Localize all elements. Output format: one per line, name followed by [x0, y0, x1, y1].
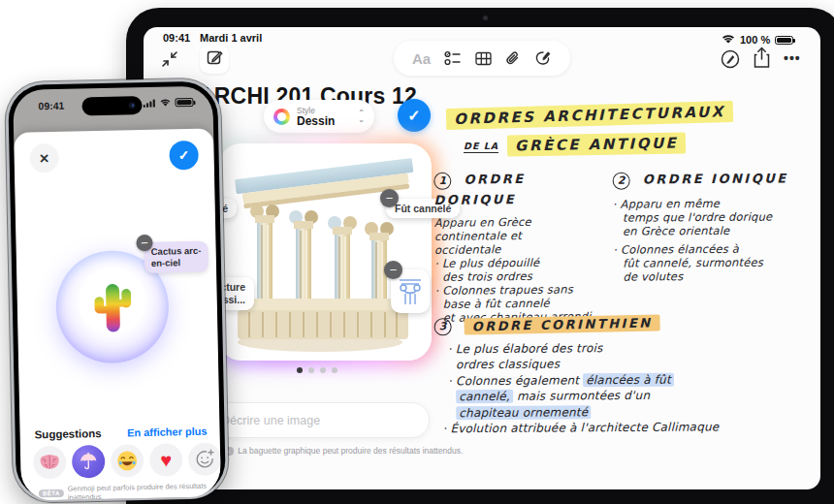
- laughing-face-icon: [116, 450, 138, 471]
- add-emoji-suggestion[interactable]: [188, 442, 221, 476]
- style-picker-value: Dessin: [297, 115, 335, 128]
- section-number: 1: [433, 172, 451, 189]
- format-toolbar: Aa: [394, 41, 570, 76]
- minus-icon: −: [141, 236, 148, 249]
- collapse-button[interactable]: [155, 47, 184, 76]
- share-button[interactable]: [753, 47, 771, 73]
- battery-icon: [175, 98, 193, 107]
- close-button[interactable]: ✕: [29, 143, 59, 173]
- handwritten-main-title-line1: ORDRES ARCHITECTURAUX: [446, 101, 733, 130]
- ipad-status-date: Mardi 1 avril: [200, 32, 262, 44]
- greek-columns-illustration: [218, 143, 432, 361]
- check-icon: ✓: [178, 147, 190, 163]
- ipad-status-time: 09:41: [163, 32, 190, 44]
- ipad-screen: 09:41 Mardi 1 avril 100 %: [144, 27, 820, 489]
- minus-icon: −: [390, 264, 398, 276]
- column-sketch-icon: [397, 276, 424, 307]
- image-playground-icon: [273, 109, 290, 125]
- section-title: ORDRE CORINTHIEN: [465, 314, 660, 334]
- iphone-status-right: [143, 98, 193, 108]
- iphone-status-time: 09:41: [38, 100, 64, 112]
- minus-icon: −: [386, 192, 394, 205]
- rainbow-cactus-genmoji: [86, 279, 138, 334]
- iphone-device: 09:41 ✕ ✓: [5, 78, 229, 503]
- wifi-icon: [722, 31, 735, 48]
- umbrella-icon: [79, 452, 98, 471]
- section-doric: 1 ORDRE DORIQUE Apparu en Grèce continen…: [433, 168, 612, 324]
- section-ionic: 2 ORDRE IONIQUE · Apparu en même temps q…: [613, 168, 808, 283]
- iphone-screen: 09:41 ✕ ✓: [13, 86, 221, 501]
- confirm-genmoji-button[interactable]: ✓: [169, 141, 199, 171]
- remove-tag-button[interactable]: −: [380, 189, 399, 207]
- genmoji-sheet: ✕ ✓: [14, 129, 221, 501]
- image-prompt-input[interactable]: [207, 402, 430, 438]
- generated-image[interactable]: [218, 143, 432, 361]
- show-more-link[interactable]: En afficher plus: [127, 425, 208, 439]
- handwritten-main-title-line2: DE LA GRÈCE ANTIQUE: [464, 134, 686, 155]
- screenshot-stage: 09:41 Mardi 1 avril 100 %: [0, 0, 834, 504]
- section-number: 2: [613, 172, 630, 189]
- chevron-up-down-icon: ⌃ ⌄: [358, 110, 365, 123]
- wifi-icon: [159, 98, 171, 107]
- laughing-emoji-suggestion[interactable]: [111, 444, 144, 478]
- signal-icon: [143, 99, 155, 108]
- pencil-circle-icon: [720, 48, 741, 74]
- more-button[interactable]: •••: [784, 50, 801, 66]
- table-button[interactable]: [475, 51, 492, 66]
- attach-button[interactable]: [505, 50, 521, 67]
- umbrella-emoji-suggestion-selected[interactable]: [72, 445, 106, 479]
- brain-icon: [39, 454, 60, 471]
- remove-image-button[interactable]: −: [384, 261, 402, 279]
- compose-button[interactable]: [200, 45, 229, 74]
- ipad-device: 09:41 Mardi 1 avril 100 %: [126, 8, 834, 504]
- ipad-camera: [483, 16, 488, 20]
- share-icon: [753, 47, 771, 73]
- dynamic-island: [81, 96, 142, 115]
- battery-icon: [775, 36, 793, 45]
- section-number: 3: [434, 318, 452, 335]
- heart-icon: ♥: [160, 450, 172, 469]
- add-emoji-icon: [194, 449, 215, 470]
- battery-percent: 100 %: [740, 34, 770, 46]
- style-picker-label: Style: [297, 106, 335, 115]
- accept-image-button[interactable]: ✓: [398, 99, 431, 132]
- pencil-tools-button[interactable]: [720, 48, 741, 74]
- close-icon: ✕: [39, 151, 49, 166]
- checklist-button[interactable]: [444, 50, 462, 66]
- style-picker-text: Style Dessin: [297, 106, 335, 128]
- collapse-icon: [161, 50, 178, 72]
- section-corinthian: 3 ORDRE CORINTHIEN · Le plus élaboré des…: [434, 313, 820, 437]
- brain-emoji-suggestion[interactable]: [33, 446, 67, 480]
- beta-badge: BÊTA: [39, 489, 64, 498]
- image-page-indicator[interactable]: [297, 367, 337, 373]
- heart-emoji-suggestion[interactable]: ♥: [149, 443, 183, 477]
- markup-scribble-button[interactable]: [534, 50, 552, 67]
- suggestion-row: ♥: [33, 442, 221, 479]
- suggestions-title: Suggestions: [34, 427, 101, 440]
- section-title: ORDRE IONIQUE: [643, 171, 788, 186]
- text-format-button[interactable]: Aa: [412, 50, 431, 67]
- compose-icon: [207, 49, 223, 70]
- image-wand-beta-note: BÊTA La baguette graphique peut produire…: [208, 446, 463, 456]
- genmoji-label[interactable]: Cactus arc-en-ciel: [144, 241, 208, 273]
- check-icon: ✓: [407, 107, 420, 125]
- style-picker[interactable]: Style Dessin ⌃ ⌄: [264, 100, 374, 133]
